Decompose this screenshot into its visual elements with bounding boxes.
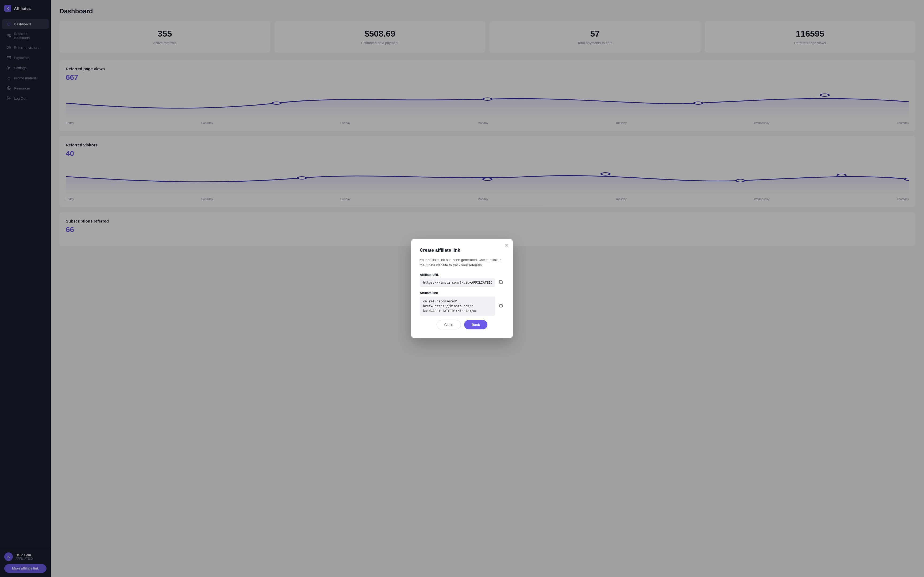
back-button[interactable]: Back	[464, 320, 488, 329]
affiliate-url-row	[420, 278, 504, 287]
affiliate-link-textarea[interactable]: <a rel="sponsored" href="https://kinsta.…	[420, 297, 495, 316]
modal-description: Your affiliate link has been generated. …	[420, 257, 504, 268]
modal-close-button[interactable]: ✕	[504, 243, 509, 248]
copy-link-button[interactable]	[497, 302, 504, 310]
affiliate-link-label: Affiliate link	[420, 291, 504, 295]
svg-rect-19	[500, 281, 502, 284]
create-affiliate-link-modal: ✕ Create affiliate link Your affiliate l…	[411, 239, 513, 338]
affiliate-url-input[interactable]	[420, 278, 495, 287]
affiliate-link-row: <a rel="sponsored" href="https://kinsta.…	[420, 297, 504, 316]
svg-rect-20	[500, 305, 502, 307]
close-button[interactable]: Close	[436, 320, 461, 329]
affiliate-url-label: Affiliate URL	[420, 273, 504, 277]
copy-url-button[interactable]	[497, 279, 504, 287]
modal-title: Create affiliate link	[420, 248, 504, 253]
modal-overlay[interactable]: ✕ Create affiliate link Your affiliate l…	[0, 0, 924, 577]
modal-actions: Close Back	[420, 320, 504, 329]
